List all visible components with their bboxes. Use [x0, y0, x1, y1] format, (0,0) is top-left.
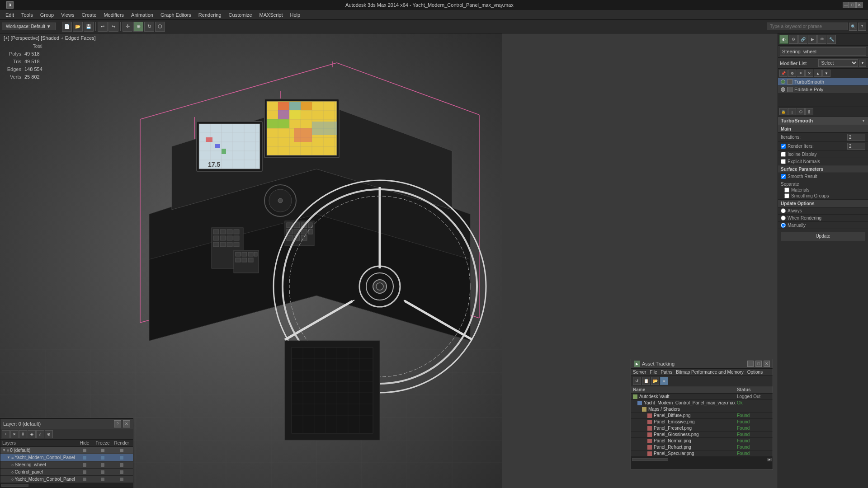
object-name-input[interactable]	[780, 47, 866, 56]
new-layer-button[interactable]: +	[2, 430, 10, 438]
freeze-toggle-4[interactable]	[93, 478, 112, 481]
menu-edit[interactable]: Edit	[2, 11, 18, 19]
render-toggle-3[interactable]	[112, 470, 131, 474]
panel-icon-display2[interactable]: 👁	[817, 35, 826, 44]
update-options-header[interactable]: Update Options	[778, 200, 868, 207]
always-radio[interactable]	[781, 208, 786, 213]
show-modifier-sets-button[interactable]: ≡	[797, 70, 805, 77]
modifier-item-turbosmooth[interactable]: TurboSmooth	[778, 78, 868, 86]
menu-rendering[interactable]: Rendering	[195, 11, 225, 19]
layer-panel-help-button[interactable]: ?	[114, 420, 121, 427]
at-row-maps[interactable]: Maps / Shaders	[631, 406, 773, 413]
freeze-toggle-1[interactable]	[93, 456, 112, 460]
explicit-normals-checkbox[interactable]	[781, 159, 786, 164]
at-menu-file[interactable]: File	[650, 370, 657, 375]
remove-modifier-button[interactable]: 🗑	[805, 108, 813, 115]
rotate-button[interactable]: ↻	[144, 22, 154, 32]
isoline-display-checkbox[interactable]	[781, 152, 786, 157]
make-unique-button[interactable]: ⬡	[797, 108, 805, 115]
render-iters-input[interactable]	[847, 143, 865, 150]
layer-item-steering[interactable]: ○ Steering_wheel	[0, 461, 133, 469]
select-objects-button[interactable]: ◈	[28, 430, 36, 438]
render-toggle-4[interactable]	[112, 478, 131, 481]
scale-button[interactable]: ⬡	[155, 22, 165, 32]
at-row-normal[interactable]: Panel_Normal.png Found	[631, 438, 773, 444]
move-modifier-down-button[interactable]: ▼	[822, 70, 830, 77]
layer-hscrollbar[interactable]	[0, 483, 133, 488]
minimize-button[interactable]: —	[843, 2, 849, 8]
lock-selection-button[interactable]: 🔒	[779, 108, 788, 115]
freeze-toggle-2[interactable]	[93, 463, 112, 467]
open-button[interactable]: 📂	[73, 22, 83, 32]
at-btn-3[interactable]: 📂	[651, 377, 659, 385]
menu-group[interactable]: Group	[37, 11, 58, 19]
menu-create[interactable]: Create	[78, 11, 100, 19]
at-menu-server[interactable]: Server	[633, 370, 646, 375]
render-toggle-1[interactable]	[112, 456, 131, 460]
render-toggle-2[interactable]	[112, 463, 131, 467]
at-btn-4[interactable]: ≡	[660, 377, 668, 385]
materials-checkbox[interactable]	[784, 188, 789, 192]
panel-icon-motion[interactable]: ▶	[808, 35, 817, 44]
hide-toggle-1[interactable]	[76, 456, 93, 460]
layer-item-yacht-child[interactable]: ○ Yacht_Modern_Control_Panel	[0, 476, 133, 483]
freeze-toggle-0[interactable]	[93, 449, 112, 452]
panel-icon-modify[interactable]: ⚙	[789, 35, 798, 44]
help-button[interactable]: ?	[858, 23, 866, 31]
search-input[interactable]	[767, 23, 848, 30]
at-close-button[interactable]: ✕	[764, 361, 770, 367]
workspace-dropdown[interactable]: Workspace: Default ▼	[2, 23, 56, 30]
layer-item-default[interactable]: ▼ ≡ 0 (default)	[0, 447, 133, 454]
menu-help[interactable]: Help	[287, 11, 304, 19]
delete-layer-button[interactable]: ✕	[10, 430, 19, 438]
configure-modifier-sets-button[interactable]: ⚙	[788, 70, 796, 77]
panel-icon-hierarchy[interactable]: 🔗	[798, 35, 807, 44]
hide-toggle-4[interactable]	[76, 478, 93, 481]
at-row-diffuse[interactable]: Panel_Diffuse.png Found	[631, 413, 773, 419]
new-button[interactable]: 📄	[62, 22, 72, 32]
panel-icon-utility[interactable]: 🔧	[827, 35, 836, 44]
close-button[interactable]: ✕	[856, 2, 863, 8]
manually-radio[interactable]	[781, 223, 786, 228]
at-maximize-button[interactable]: □	[755, 361, 762, 367]
modifier-item-editablepoly[interactable]: Editable Poly	[778, 86, 868, 94]
layer-item-yacht[interactable]: ▼ ≡ Yacht_Modern_Control_Panel	[0, 454, 133, 461]
at-menu-options[interactable]: Options	[747, 370, 763, 375]
hide-toggle-3[interactable]	[76, 470, 93, 474]
at-minimize-button[interactable]: —	[747, 361, 754, 367]
render-toggle-0[interactable]	[112, 449, 131, 452]
add-sel-to-layer-button[interactable]: ⬇	[19, 430, 27, 438]
at-row-emissive[interactable]: Panel_Emissive.png Found	[631, 419, 773, 425]
menu-graph-editors[interactable]: Graph Editors	[157, 11, 195, 19]
update-button[interactable]: Update	[781, 232, 865, 240]
hide-toggle-0[interactable]	[76, 449, 93, 452]
freeze-toggle-3[interactable]	[93, 470, 112, 474]
at-menu-paths[interactable]: Paths	[661, 370, 673, 375]
menu-modifiers[interactable]: Modifiers	[100, 11, 127, 19]
save-button[interactable]: 💾	[84, 22, 94, 32]
at-hscrollbar[interactable]: ▶	[631, 457, 773, 461]
at-menu-bitmap[interactable]: Bitmap Performance and Memory	[676, 370, 744, 375]
modifier-list-dropdown[interactable]: Select	[818, 59, 859, 67]
hide-toggle-2[interactable]	[76, 463, 93, 467]
menu-customize[interactable]: Customize	[225, 11, 256, 19]
at-btn-2[interactable]: 📋	[642, 377, 650, 385]
pin-modifier-button[interactable]: 📌	[779, 70, 788, 77]
smooth-result-checkbox[interactable]	[781, 174, 786, 179]
highlight-selected-button[interactable]: ☆	[36, 430, 44, 438]
menu-animation[interactable]: Animation	[127, 11, 157, 19]
at-row-refract[interactable]: Panel_Refract.png Found	[631, 444, 773, 450]
when-rendering-radio[interactable]	[781, 216, 786, 221]
at-btn-1[interactable]: ↺	[633, 377, 641, 385]
at-row-glossiness[interactable]: Panel_Glossiness.png Found	[631, 432, 773, 438]
smoothing-groups-checkbox[interactable]	[784, 193, 789, 198]
menu-tools[interactable]: Tools	[18, 11, 37, 19]
undo-button[interactable]: ↩	[98, 22, 108, 32]
delete-modifier-button[interactable]: ✕	[805, 70, 813, 77]
main-section-header[interactable]: Main	[778, 125, 868, 133]
merge-layer-button[interactable]: ⊕	[45, 430, 53, 438]
redo-button[interactable]: ↪	[108, 22, 118, 32]
select-button[interactable]: ✛	[123, 22, 132, 32]
menu-maxscript[interactable]: MAXScript	[256, 11, 287, 19]
surface-params-header[interactable]: Surface Parameters	[778, 165, 868, 173]
